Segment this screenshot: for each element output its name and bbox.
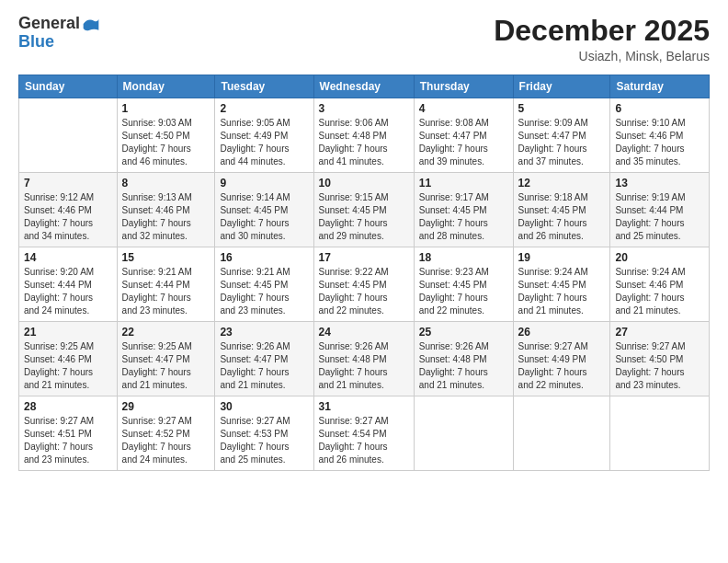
day-info: Sunrise: 9:06 AMSunset: 4:48 PMDaylight:… <box>319 117 409 168</box>
day-info: Sunrise: 9:10 AMSunset: 4:46 PMDaylight:… <box>615 117 704 168</box>
day-number: 6 <box>615 102 704 115</box>
day-info: Sunrise: 9:21 AMSunset: 4:45 PMDaylight:… <box>220 266 308 317</box>
day-number: 17 <box>319 251 409 264</box>
calendar-cell: 23Sunrise: 9:26 AMSunset: 4:47 PMDayligh… <box>215 322 313 396</box>
col-monday: Monday <box>117 75 215 98</box>
day-number: 9 <box>220 177 308 190</box>
day-info: Sunrise: 9:09 AMSunset: 4:47 PMDaylight:… <box>518 117 606 168</box>
calendar-cell <box>610 396 710 471</box>
calendar-cell: 30Sunrise: 9:27 AMSunset: 4:53 PMDayligh… <box>215 396 313 471</box>
col-friday: Friday <box>513 75 610 98</box>
title-block: December 2025 Usiazh, Minsk, Belarus <box>494 15 710 63</box>
day-number: 31 <box>319 400 409 413</box>
calendar-cell: 18Sunrise: 9:23 AMSunset: 4:45 PMDayligh… <box>414 247 513 322</box>
day-number: 3 <box>319 102 409 115</box>
calendar-cell: 7Sunrise: 9:12 AMSunset: 4:46 PMDaylight… <box>19 173 118 247</box>
month-title: December 2025 <box>494 15 710 47</box>
day-number: 28 <box>24 400 112 413</box>
calendar-cell: 12Sunrise: 9:18 AMSunset: 4:45 PMDayligh… <box>513 173 610 247</box>
day-number: 30 <box>220 400 308 413</box>
day-info: Sunrise: 9:25 AMSunset: 4:47 PMDaylight:… <box>122 340 210 392</box>
col-tuesday: Tuesday <box>215 75 313 98</box>
calendar-cell: 31Sunrise: 9:27 AMSunset: 4:54 PMDayligh… <box>313 396 414 471</box>
calendar-week-2: 14Sunrise: 9:20 AMSunset: 4:44 PMDayligh… <box>19 247 710 322</box>
calendar-week-0: 1Sunrise: 9:03 AMSunset: 4:50 PMDaylight… <box>19 98 710 173</box>
day-number: 20 <box>615 251 704 264</box>
day-info: Sunrise: 9:26 AMSunset: 4:47 PMDaylight:… <box>220 340 308 392</box>
calendar-cell: 26Sunrise: 9:27 AMSunset: 4:49 PMDayligh… <box>513 322 610 396</box>
day-info: Sunrise: 9:13 AMSunset: 4:46 PMDaylight:… <box>122 191 210 243</box>
calendar-cell: 1Sunrise: 9:03 AMSunset: 4:50 PMDaylight… <box>117 98 215 173</box>
calendar-cell: 28Sunrise: 9:27 AMSunset: 4:51 PMDayligh… <box>19 396 118 471</box>
calendar-cell: 29Sunrise: 9:27 AMSunset: 4:52 PMDayligh… <box>117 396 215 471</box>
logo-general: General <box>18 15 80 33</box>
day-number: 23 <box>220 326 308 339</box>
day-number: 2 <box>220 102 308 115</box>
calendar: Sunday Monday Tuesday Wednesday Thursday… <box>18 75 710 471</box>
day-info: Sunrise: 9:19 AMSunset: 4:44 PMDaylight:… <box>615 191 704 243</box>
calendar-cell: 5Sunrise: 9:09 AMSunset: 4:47 PMDaylight… <box>513 98 610 173</box>
header: General Blue December 2025 Usiazh, Minsk… <box>18 15 710 63</box>
calendar-cell <box>19 98 118 173</box>
calendar-cell <box>414 396 513 471</box>
logo-blue: Blue <box>18 33 100 52</box>
calendar-cell: 8Sunrise: 9:13 AMSunset: 4:46 PMDaylight… <box>117 173 215 247</box>
col-thursday: Thursday <box>414 75 513 98</box>
day-number: 4 <box>419 102 508 115</box>
day-info: Sunrise: 9:23 AMSunset: 4:45 PMDaylight:… <box>419 266 508 317</box>
day-info: Sunrise: 9:27 AMSunset: 4:51 PMDaylight:… <box>24 415 112 466</box>
day-info: Sunrise: 9:18 AMSunset: 4:45 PMDaylight:… <box>518 191 606 243</box>
day-number: 7 <box>24 177 112 190</box>
day-info: Sunrise: 9:27 AMSunset: 4:52 PMDaylight:… <box>122 415 210 466</box>
day-number: 10 <box>319 177 409 190</box>
col-wednesday: Wednesday <box>313 75 414 98</box>
calendar-week-3: 21Sunrise: 9:25 AMSunset: 4:46 PMDayligh… <box>19 322 710 396</box>
day-info: Sunrise: 9:25 AMSunset: 4:46 PMDaylight:… <box>24 340 112 392</box>
calendar-cell: 14Sunrise: 9:20 AMSunset: 4:44 PMDayligh… <box>19 247 118 322</box>
day-number: 8 <box>122 177 210 190</box>
day-number: 25 <box>419 326 508 339</box>
day-info: Sunrise: 9:26 AMSunset: 4:48 PMDaylight:… <box>419 340 508 392</box>
logo-icon <box>82 15 100 33</box>
day-info: Sunrise: 9:17 AMSunset: 4:45 PMDaylight:… <box>419 191 508 243</box>
day-info: Sunrise: 9:12 AMSunset: 4:46 PMDaylight:… <box>24 191 112 243</box>
day-number: 13 <box>615 177 704 190</box>
day-info: Sunrise: 9:03 AMSunset: 4:50 PMDaylight:… <box>122 117 210 168</box>
day-info: Sunrise: 9:21 AMSunset: 4:44 PMDaylight:… <box>122 266 210 317</box>
calendar-week-4: 28Sunrise: 9:27 AMSunset: 4:51 PMDayligh… <box>19 396 710 471</box>
day-info: Sunrise: 9:05 AMSunset: 4:49 PMDaylight:… <box>220 117 308 168</box>
day-number: 26 <box>518 326 606 339</box>
calendar-cell: 17Sunrise: 9:22 AMSunset: 4:45 PMDayligh… <box>313 247 414 322</box>
day-number: 14 <box>24 251 112 264</box>
calendar-cell: 16Sunrise: 9:21 AMSunset: 4:45 PMDayligh… <box>215 247 313 322</box>
day-info: Sunrise: 9:24 AMSunset: 4:45 PMDaylight:… <box>518 266 606 317</box>
day-info: Sunrise: 9:08 AMSunset: 4:47 PMDaylight:… <box>419 117 508 168</box>
day-info: Sunrise: 9:14 AMSunset: 4:45 PMDaylight:… <box>220 191 308 243</box>
col-sunday: Sunday <box>19 75 118 98</box>
calendar-cell: 3Sunrise: 9:06 AMSunset: 4:48 PMDaylight… <box>313 98 414 173</box>
day-info: Sunrise: 9:27 AMSunset: 4:50 PMDaylight:… <box>615 340 704 392</box>
day-info: Sunrise: 9:22 AMSunset: 4:45 PMDaylight:… <box>319 266 409 317</box>
calendar-cell: 9Sunrise: 9:14 AMSunset: 4:45 PMDaylight… <box>215 173 313 247</box>
day-number: 1 <box>122 102 210 115</box>
day-number: 29 <box>122 400 210 413</box>
calendar-cell: 10Sunrise: 9:15 AMSunset: 4:45 PMDayligh… <box>313 173 414 247</box>
day-info: Sunrise: 9:27 AMSunset: 4:49 PMDaylight:… <box>518 340 606 392</box>
day-number: 16 <box>220 251 308 264</box>
day-number: 15 <box>122 251 210 264</box>
calendar-cell: 25Sunrise: 9:26 AMSunset: 4:48 PMDayligh… <box>414 322 513 396</box>
calendar-cell: 15Sunrise: 9:21 AMSunset: 4:44 PMDayligh… <box>117 247 215 322</box>
calendar-cell <box>513 396 610 471</box>
calendar-cell: 4Sunrise: 9:08 AMSunset: 4:47 PMDaylight… <box>414 98 513 173</box>
calendar-cell: 11Sunrise: 9:17 AMSunset: 4:45 PMDayligh… <box>414 173 513 247</box>
calendar-cell: 6Sunrise: 9:10 AMSunset: 4:46 PMDaylight… <box>610 98 710 173</box>
day-number: 27 <box>615 326 704 339</box>
calendar-cell: 20Sunrise: 9:24 AMSunset: 4:46 PMDayligh… <box>610 247 710 322</box>
calendar-cell: 24Sunrise: 9:26 AMSunset: 4:48 PMDayligh… <box>313 322 414 396</box>
day-number: 19 <box>518 251 606 264</box>
logo: General Blue <box>18 15 100 52</box>
day-number: 22 <box>122 326 210 339</box>
calendar-cell: 19Sunrise: 9:24 AMSunset: 4:45 PMDayligh… <box>513 247 610 322</box>
calendar-cell: 13Sunrise: 9:19 AMSunset: 4:44 PMDayligh… <box>610 173 710 247</box>
calendar-cell: 21Sunrise: 9:25 AMSunset: 4:46 PMDayligh… <box>19 322 118 396</box>
